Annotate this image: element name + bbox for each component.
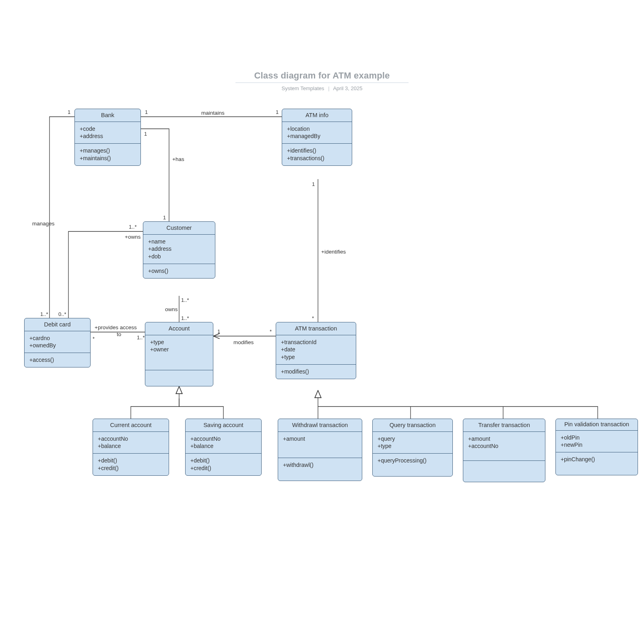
class-saving-ops: +debit() +credit() [186, 454, 261, 475]
class-withdraw-attrs: +amount [278, 432, 362, 458]
class-bank-ops: +manages() +maintains() [75, 144, 140, 165]
class-account-title: Account [145, 322, 213, 335]
rel-bank-debit-mfrom: 1 [68, 109, 70, 115]
rel-cust-acct-mto: 1..* [181, 315, 189, 321]
class-atmtx-title: ATM transaction [276, 322, 356, 335]
class-current-account: Current account +accountNo +balance +deb… [93, 419, 169, 476]
class-withdraw-ops: +withdrawl() [278, 458, 362, 481]
class-withdrawl-transaction: Withdrawl transaction +amount +withdrawl… [278, 419, 362, 481]
diagram-canvas: { "header": { "title": "Class diagram fo… [0, 0, 644, 644]
class-account: Account +type +owner [145, 322, 213, 386]
rel-bank-cust-mfrom: 1 [144, 131, 147, 137]
class-atmtx-ops: +modifies() [276, 365, 356, 379]
subtitle-separator: | [328, 85, 329, 91]
class-atm-info-ops: +identifies() +transactions() [282, 144, 352, 165]
rel-cust-debit-mto: 0..* [58, 311, 66, 317]
rel-cust-acct-mfrom: 1..* [181, 297, 189, 303]
class-query-title: Query transaction [373, 419, 452, 432]
class-pin-attrs: +oldPin +newPin [556, 431, 638, 453]
class-atm-transaction: ATM transaction +transactionId +date +ty… [276, 322, 356, 379]
rel-bank-atm-mto: 1 [276, 109, 279, 115]
rel-bank-debit-label: manages [32, 221, 55, 227]
class-debit-card: Debit card +cardno +ownedBy +access() [24, 318, 91, 367]
rel-debit-acct-label2: to [117, 331, 121, 337]
rel-bank-debit-mto: 1..* [40, 311, 48, 317]
subtitle-right: April 3, 2025 [333, 85, 362, 91]
rel-info-tx-mto: * [312, 315, 314, 321]
diagram-subtitle: System Templates | April 3, 2025 [0, 85, 644, 91]
class-saving-attrs: +accountNo +balance [186, 432, 261, 454]
title-underline [235, 83, 409, 83]
rel-bank-cust-label: +has [172, 156, 184, 162]
diagram-title: Class diagram for ATM example [0, 70, 644, 81]
class-transfer-attrs: +amount +accountNo [463, 432, 545, 461]
diagram-header: Class diagram for ATM example System Tem… [0, 70, 644, 91]
class-atm-info-attrs: +location +managedBy [282, 122, 352, 144]
class-debit-title: Debit card [25, 318, 90, 331]
class-transfer-title: Transfer transaction [463, 419, 545, 432]
class-transfer-transaction: Transfer transaction +amount +accountNo [463, 419, 545, 482]
rel-cust-debit-mfrom: 1..* [129, 224, 137, 230]
rel-acct-tx-mto: * [270, 328, 272, 334]
class-customer-title: Customer [143, 222, 215, 235]
rel-bank-atm-label: maintains [201, 110, 225, 116]
class-bank-title: Bank [75, 109, 140, 122]
class-current-attrs: +accountNo +balance [93, 432, 169, 454]
rel-info-tx-mfrom: 1 [312, 181, 315, 187]
rel-bank-cust-mto: 1 [163, 215, 166, 221]
rel-cust-acct-label: owns [165, 306, 178, 312]
subtitle-left: System Templates [282, 85, 324, 91]
class-query-attrs: +query +type [373, 432, 452, 454]
class-withdraw-title: Withdrawl transaction [278, 419, 362, 432]
class-atmtx-attrs: +transactionId +date +type [276, 335, 356, 365]
class-customer: Customer +name +address +dob +owns() [143, 221, 215, 279]
class-current-title: Current account [93, 419, 169, 432]
class-query-transaction: Query transaction +query +type +queryPro… [372, 419, 453, 477]
rel-debit-acct-mto: 1..* [137, 334, 145, 341]
class-query-ops: +queryProcessing() [373, 454, 452, 476]
rel-acct-tx-mfrom: 1 [217, 328, 220, 334]
class-current-ops: +debit() +credit() [93, 454, 169, 475]
class-transfer-ops [463, 461, 545, 482]
rel-cust-debit-label: +owns [125, 234, 141, 240]
class-atm-info: ATM info +location +managedBy +identifie… [282, 109, 352, 166]
rel-acct-tx-label: modifies [233, 339, 254, 345]
class-pin-ops: +pinChange() [556, 452, 638, 475]
class-account-attrs: +type +owner [145, 335, 213, 370]
class-pin-validation-transaction: Pin validation transaction +oldPin +newP… [555, 419, 638, 475]
rel-debit-acct-mfrom: * [93, 336, 95, 342]
class-bank: Bank +code +address +manages() +maintain… [74, 109, 141, 166]
rel-info-tx-label: +identifies [321, 249, 346, 255]
class-saving-title: Saving account [186, 419, 261, 432]
class-debit-ops: +access() [25, 353, 90, 367]
class-saving-account: Saving account +accountNo +balance +debi… [185, 419, 262, 476]
rel-bank-atm-mfrom: 1 [145, 109, 148, 115]
class-debit-attrs: +cardno +ownedBy [25, 331, 90, 353]
class-customer-attrs: +name +address +dob [143, 235, 215, 264]
class-customer-ops: +owns() [143, 264, 215, 278]
class-atm-info-title: ATM info [282, 109, 352, 122]
class-bank-attrs: +code +address [75, 122, 140, 144]
class-pin-title: Pin validation transaction [556, 419, 638, 431]
class-account-ops [145, 370, 213, 386]
rel-debit-acct-label1: +provides access [95, 324, 137, 330]
